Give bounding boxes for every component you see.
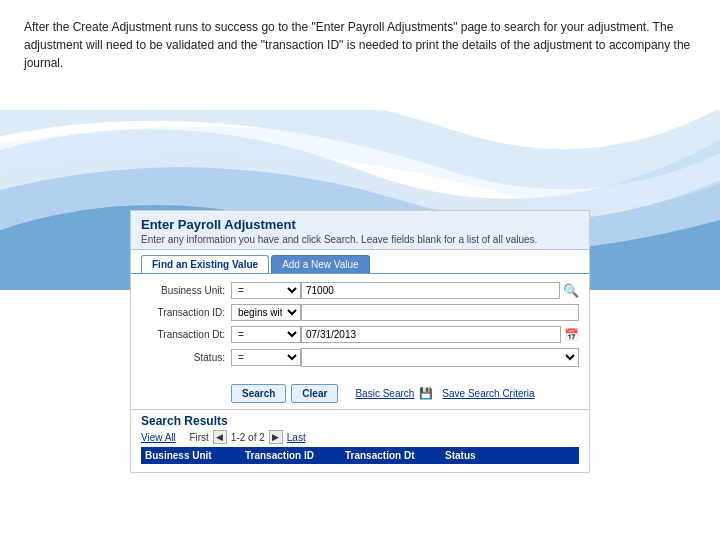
panel-header: Enter Payroll Adjustment Enter any infor… xyxy=(131,211,589,250)
clear-button[interactable]: Clear xyxy=(291,384,338,403)
transaction-dt-value: 📅 xyxy=(301,326,579,343)
status-row: Status: = Active Inactive xyxy=(141,348,579,367)
button-row: Search Clear Basic Search 💾 Save Search … xyxy=(131,380,589,407)
transaction-dt-row: Transaction Dt: = 📅 xyxy=(141,326,579,343)
tab-add-new[interactable]: Add a New Value xyxy=(271,255,370,273)
panel-title: Enter Payroll Adjustment xyxy=(141,217,579,232)
prev-page-btn[interactable]: ◀ xyxy=(213,430,227,444)
transaction-dt-calendar-icon[interactable]: 📅 xyxy=(564,328,579,342)
transaction-id-label: Transaction ID: xyxy=(141,307,231,318)
view-all-link[interactable]: View All xyxy=(141,432,176,443)
panel-subtitle: Enter any information you have and click… xyxy=(141,234,579,245)
page-indicator: 1-2 of 2 xyxy=(231,432,265,443)
col-status: Status xyxy=(445,450,575,461)
description-text: After the Create Adjustment runs to succ… xyxy=(24,18,696,72)
save-search-link[interactable]: Save Search Criteria xyxy=(442,388,534,399)
basic-search-link[interactable]: Basic Search xyxy=(355,388,414,399)
results-table-header: Business Unit Transaction ID Transaction… xyxy=(141,447,579,464)
tabs-row: Find an Existing Value Add a New Value xyxy=(131,250,589,274)
transaction-id-operator[interactable]: begins with = contains xyxy=(231,304,301,321)
transaction-dt-label: Transaction Dt: xyxy=(141,329,231,340)
status-operator-select[interactable]: = xyxy=(231,349,301,366)
transaction-id-operator-select[interactable]: begins with = contains xyxy=(231,304,301,321)
save-icon: 💾 xyxy=(419,387,433,400)
transaction-dt-operator[interactable]: = xyxy=(231,326,301,343)
transaction-id-value xyxy=(301,304,579,321)
business-unit-row: Business Unit: = 🔍 xyxy=(141,282,579,299)
business-unit-label: Business Unit: xyxy=(141,285,231,296)
transaction-dt-input[interactable] xyxy=(301,326,561,343)
status-operator[interactable]: = xyxy=(231,349,301,366)
col-transaction-id: Transaction ID xyxy=(245,450,345,461)
business-unit-operator-select[interactable]: = xyxy=(231,282,301,299)
last-link[interactable]: Last xyxy=(287,432,306,443)
col-business-unit: Business Unit xyxy=(145,450,245,461)
separator xyxy=(343,388,346,400)
status-label: Status: xyxy=(141,352,231,363)
transaction-dt-operator-select[interactable]: = xyxy=(231,326,301,343)
top-description-section: After the Create Adjustment runs to succ… xyxy=(0,0,720,110)
enter-payroll-adjustment-panel: Enter Payroll Adjustment Enter any infor… xyxy=(130,210,590,473)
status-select[interactable]: Active Inactive xyxy=(301,348,579,367)
col-transaction-dt: Transaction Dt xyxy=(345,450,445,461)
transaction-id-input[interactable] xyxy=(301,304,579,321)
search-results-section: Search Results View All First ◀ 1-2 of 2… xyxy=(131,409,589,466)
next-page-btn[interactable]: ▶ xyxy=(269,430,283,444)
first-label: First xyxy=(189,432,208,443)
results-nav: View All First ◀ 1-2 of 2 ▶ Last xyxy=(141,430,579,444)
business-unit-operator[interactable]: = xyxy=(231,282,301,299)
transaction-id-row: Transaction ID: begins with = contains xyxy=(141,304,579,321)
search-button[interactable]: Search xyxy=(231,384,286,403)
status-value: Active Inactive xyxy=(301,348,579,367)
business-unit-search-icon[interactable]: 🔍 xyxy=(563,283,579,298)
search-form: Business Unit: = 🔍 Transaction ID: begin… xyxy=(131,274,589,380)
results-title: Search Results xyxy=(141,414,579,428)
business-unit-input[interactable] xyxy=(301,282,560,299)
business-unit-value: 🔍 xyxy=(301,282,579,299)
tab-find-existing[interactable]: Find an Existing Value xyxy=(141,255,269,273)
